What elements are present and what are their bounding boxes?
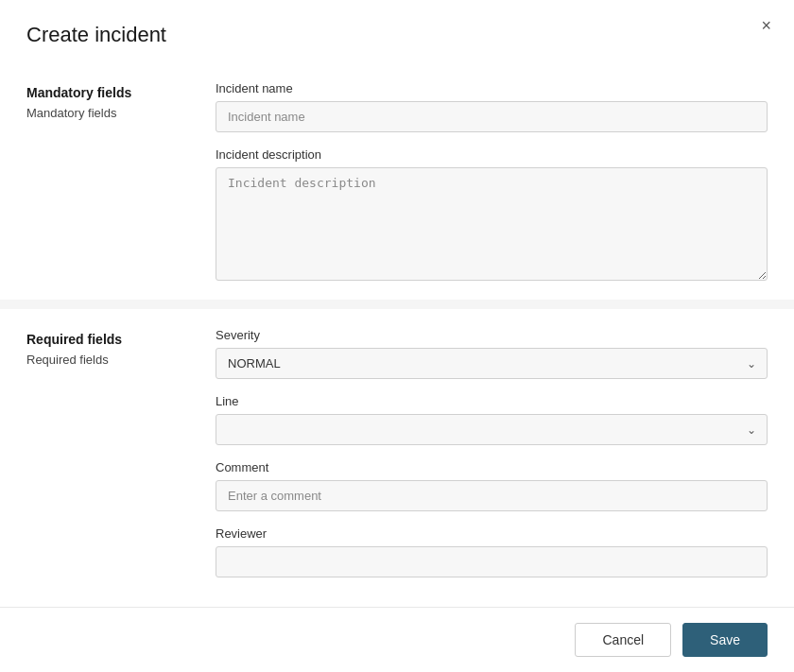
severity-select[interactable]: NORMAL LOW HIGH CRITICAL <box>216 348 768 379</box>
mandatory-section: Mandatory fields Mandatory fields Incide… <box>0 62 794 300</box>
mandatory-heading: Mandatory fields <box>26 85 197 100</box>
required-subtext: Required fields <box>26 353 197 367</box>
incident-description-input[interactable] <box>216 167 768 281</box>
comment-label: Comment <box>216 460 768 474</box>
create-incident-modal: Create incident × Mandatory fields Manda… <box>0 0 794 672</box>
modal-body: Mandatory fields Mandatory fields Incide… <box>0 62 794 607</box>
required-section: Required fields Required fields Severity… <box>0 309 794 596</box>
modal-footer: Cancel Save <box>0 607 794 672</box>
line-field: Line ⌄ <box>216 394 768 445</box>
severity-field: Severity NORMAL LOW HIGH CRITICAL ⌄ <box>216 328 768 379</box>
incident-name-label: Incident name <box>216 81 768 95</box>
mandatory-subtext: Mandatory fields <box>26 106 197 120</box>
mandatory-section-left: Mandatory fields Mandatory fields <box>26 81 216 281</box>
mandatory-section-right: Incident name Incident description <box>216 81 768 281</box>
comment-field: Comment <box>216 460 768 511</box>
severity-label: Severity <box>216 328 768 342</box>
modal-overlay: Create incident × Mandatory fields Manda… <box>0 0 794 672</box>
save-button[interactable]: Save <box>682 623 768 657</box>
close-button[interactable]: × <box>753 13 779 38</box>
reviewer-field: Reviewer <box>216 526 768 577</box>
severity-select-wrapper: NORMAL LOW HIGH CRITICAL ⌄ <box>216 348 768 379</box>
comment-input[interactable] <box>216 480 768 511</box>
required-section-left: Required fields Required fields <box>26 328 216 577</box>
required-section-right: Severity NORMAL LOW HIGH CRITICAL ⌄ <box>216 328 768 577</box>
incident-description-field: Incident description <box>216 147 768 281</box>
section-separator <box>0 300 794 309</box>
line-label: Line <box>216 394 768 408</box>
required-heading: Required fields <box>26 332 197 347</box>
incident-name-input[interactable] <box>216 101 768 132</box>
incident-description-label: Incident description <box>216 147 768 162</box>
modal-header: Create incident <box>0 0 794 62</box>
line-select[interactable] <box>216 414 768 445</box>
reviewer-input[interactable] <box>216 546 768 577</box>
modal-title: Create incident <box>26 23 768 47</box>
cancel-button[interactable]: Cancel <box>575 623 671 657</box>
incident-name-field: Incident name <box>216 81 768 132</box>
reviewer-label: Reviewer <box>216 526 768 541</box>
line-select-wrapper: ⌄ <box>216 414 768 445</box>
